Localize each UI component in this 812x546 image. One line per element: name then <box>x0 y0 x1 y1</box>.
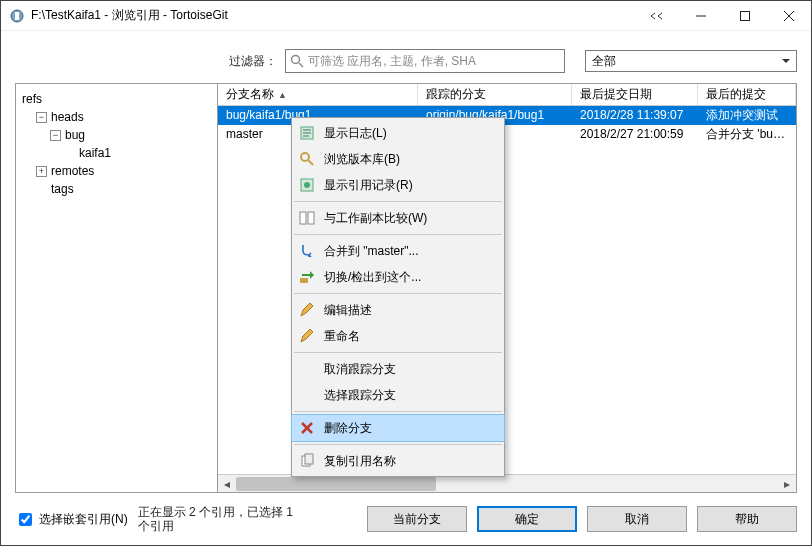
filter-input[interactable]: 可筛选 应用名, 主题, 作者, SHA <box>285 49 565 73</box>
ok-button[interactable]: 确定 <box>477 506 577 532</box>
svg-point-15 <box>304 182 310 188</box>
nested-refs-input[interactable] <box>19 513 32 526</box>
tree-node-label: kaifa1 <box>79 144 111 162</box>
merge-icon <box>298 243 316 259</box>
cell-last: 合并分支 'bug/k <box>698 125 796 144</box>
filter-label: 过滤器： <box>229 53 277 70</box>
nested-refs-checkbox[interactable]: 选择嵌套引用(N) <box>15 510 128 529</box>
column-branch-name[interactable]: 分支名称▲ <box>218 84 418 105</box>
menu-item[interactable]: 显示引用记录(R) <box>292 172 504 198</box>
titlebar: F:\TestKaifa1 - 浏览引用 - TortoiseGit <box>1 1 811 31</box>
cell-date: 2018/2/27 21:00:59 <box>572 125 698 144</box>
menu-item-label: 切换/检出到这个... <box>324 269 421 286</box>
svg-rect-18 <box>300 278 308 283</box>
menu-item-label: 浏览版本库(B) <box>324 151 400 168</box>
menu-item-label: 与工作副本比较(W) <box>324 210 427 227</box>
svg-rect-3 <box>741 11 750 20</box>
tree-node-label: bug <box>65 126 85 144</box>
menu-item-label: 编辑描述 <box>324 302 372 319</box>
tree-expander-icon[interactable]: + <box>36 166 47 177</box>
help-button[interactable]: 帮助 <box>697 506 797 532</box>
menu-item[interactable]: 选择跟踪分支 <box>292 382 504 408</box>
no-icon <box>298 387 316 403</box>
svg-point-6 <box>292 56 300 64</box>
svg-rect-16 <box>300 212 306 224</box>
browse-icon <box>298 151 316 167</box>
tree-node-label: tags <box>51 180 74 198</box>
tree-node[interactable]: kaifa1 <box>22 144 211 162</box>
filter-bar: 过滤器： 可筛选 应用名, 主题, 作者, SHA 全部 <box>1 31 811 83</box>
diff-icon <box>298 210 316 226</box>
tree-node-label: heads <box>51 108 84 126</box>
menu-item[interactable]: 显示日志(L) <box>292 120 504 146</box>
svg-line-7 <box>299 63 303 67</box>
menu-item[interactable]: 合并到 "master"... <box>292 238 504 264</box>
svg-rect-22 <box>305 454 313 464</box>
reflog-icon <box>298 177 316 193</box>
menu-item-label: 复制引用名称 <box>324 453 396 470</box>
refs-tree[interactable]: refs −heads−bugkaifa1+remotestags <box>16 84 218 492</box>
column-tracked-branch[interactable]: 跟踪的分支 <box>418 84 572 105</box>
menu-item[interactable]: 复制引用名称 <box>292 448 504 474</box>
log-icon <box>298 125 316 141</box>
menu-item-label: 显示引用记录(R) <box>324 177 413 194</box>
scroll-left-icon[interactable]: ◂ <box>218 477 236 491</box>
menu-item[interactable]: 编辑描述 <box>292 297 504 323</box>
window-title: F:\TestKaifa1 - 浏览引用 - TortoiseGit <box>31 7 635 24</box>
context-menu[interactable]: 显示日志(L)浏览版本库(B)显示引用记录(R)与工作副本比较(W)合并到 "m… <box>291 117 505 477</box>
column-last-commit[interactable]: 最后的提交 <box>698 84 796 105</box>
tree-node[interactable]: +remotes <box>22 162 211 180</box>
no-icon <box>298 361 316 377</box>
rename-icon <box>298 328 316 344</box>
tree-node[interactable]: −bug <box>22 126 211 144</box>
tree-expander-icon[interactable]: − <box>50 130 61 141</box>
search-icon <box>290 54 304 68</box>
filter-placeholder: 可筛选 应用名, 主题, 作者, SHA <box>308 53 476 70</box>
column-headers[interactable]: 分支名称▲ 跟踪的分支 最后提交日期 最后的提交 <box>218 84 796 106</box>
tree-expander-icon[interactable]: − <box>36 112 47 123</box>
status-text: 正在显示 2 个引用，已选择 1 个引用 <box>138 505 308 533</box>
current-branch-button[interactable]: 当前分支 <box>367 506 467 532</box>
menu-item[interactable]: 切换/检出到这个... <box>292 264 504 290</box>
menu-item[interactable]: 与工作副本比较(W) <box>292 205 504 231</box>
tree-node[interactable]: tags <box>22 180 211 198</box>
switch-icon <box>298 269 316 285</box>
cell-last: 添加冲突测试 <box>698 106 796 125</box>
scope-selected: 全部 <box>592 53 616 70</box>
cell-date: 2018/2/28 11:39:07 <box>572 106 698 125</box>
column-last-commit-date[interactable]: 最后提交日期 <box>572 84 698 105</box>
edit-icon <box>298 302 316 318</box>
copy-icon <box>298 453 316 469</box>
tree-node[interactable]: −heads <box>22 108 211 126</box>
cancel-button[interactable]: 取消 <box>587 506 687 532</box>
svg-point-12 <box>301 153 309 161</box>
scope-select[interactable]: 全部 <box>585 50 797 72</box>
menu-item[interactable]: 删除分支 <box>292 415 504 441</box>
menu-item-label: 选择跟踪分支 <box>324 387 396 404</box>
menu-item[interactable]: 浏览版本库(B) <box>292 146 504 172</box>
tree-root[interactable]: refs <box>22 90 211 108</box>
menu-item[interactable]: 重命名 <box>292 323 504 349</box>
app-icon <box>9 8 25 24</box>
menu-item[interactable]: 取消跟踪分支 <box>292 356 504 382</box>
menu-item-label: 重命名 <box>324 328 360 345</box>
menu-item-label: 合并到 "master"... <box>324 243 419 260</box>
menu-item-label: 删除分支 <box>324 420 372 437</box>
scroll-right-icon[interactable]: ▸ <box>778 477 796 491</box>
restore-previous-icon[interactable] <box>635 1 679 31</box>
close-button[interactable] <box>767 1 811 31</box>
tree-node-label: remotes <box>51 162 94 180</box>
sort-asc-icon: ▲ <box>278 90 287 100</box>
delete-icon <box>298 420 316 436</box>
scrollbar-thumb[interactable] <box>236 477 436 491</box>
maximize-button[interactable] <box>723 1 767 31</box>
svg-rect-17 <box>308 212 314 224</box>
svg-rect-1 <box>15 12 19 20</box>
menu-item-label: 取消跟踪分支 <box>324 361 396 378</box>
minimize-button[interactable] <box>679 1 723 31</box>
svg-line-13 <box>308 160 313 165</box>
footer: 选择嵌套引用(N) 正在显示 2 个引用，已选择 1 个引用 当前分支 确定 取… <box>1 499 811 545</box>
menu-item-label: 显示日志(L) <box>324 125 387 142</box>
